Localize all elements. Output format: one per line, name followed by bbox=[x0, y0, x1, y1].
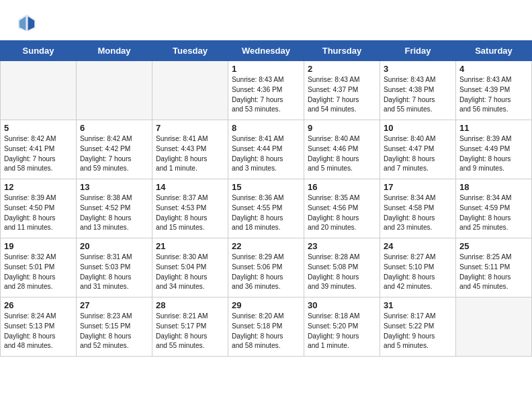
day-number: 3 bbox=[384, 64, 452, 74]
header-day-tuesday: Tuesday bbox=[152, 41, 228, 61]
header-day-sunday: Sunday bbox=[1, 41, 77, 61]
page-header bbox=[0, 0, 532, 40]
week-row-2: 5Sunrise: 8:42 AM Sunset: 4:41 PM Daylig… bbox=[1, 120, 532, 179]
calendar-cell: 5Sunrise: 8:42 AM Sunset: 4:41 PM Daylig… bbox=[1, 120, 77, 179]
day-info: Sunrise: 8:18 AM Sunset: 5:20 PM Dayligh… bbox=[308, 312, 376, 351]
calendar-cell: 12Sunrise: 8:39 AM Sunset: 4:50 PM Dayli… bbox=[1, 179, 77, 238]
day-info: Sunrise: 8:28 AM Sunset: 5:08 PM Dayligh… bbox=[308, 253, 376, 292]
calendar-cell: 6Sunrise: 8:42 AM Sunset: 4:42 PM Daylig… bbox=[77, 120, 152, 179]
calendar-cell: 2Sunrise: 8:43 AM Sunset: 4:37 PM Daylig… bbox=[304, 61, 380, 120]
day-number: 4 bbox=[459, 64, 528, 74]
day-info: Sunrise: 8:43 AM Sunset: 4:36 PM Dayligh… bbox=[232, 75, 300, 115]
day-number: 2 bbox=[308, 64, 376, 74]
day-info: Sunrise: 8:41 AM Sunset: 4:43 PM Dayligh… bbox=[156, 134, 224, 174]
calendar-cell: 10Sunrise: 8:40 AM Sunset: 4:47 PM Dayli… bbox=[380, 120, 456, 179]
day-info: Sunrise: 8:20 AM Sunset: 5:18 PM Dayligh… bbox=[232, 312, 300, 351]
calendar-table: SundayMondayTuesdayWednesdayThursdayFrid… bbox=[0, 40, 532, 357]
day-info: Sunrise: 8:30 AM Sunset: 5:04 PM Dayligh… bbox=[156, 253, 224, 292]
header-day-saturday: Saturday bbox=[456, 41, 532, 61]
day-info: Sunrise: 8:38 AM Sunset: 4:52 PM Dayligh… bbox=[80, 193, 148, 233]
day-info: Sunrise: 8:40 AM Sunset: 4:46 PM Dayligh… bbox=[308, 134, 376, 174]
calendar-cell: 1Sunrise: 8:43 AM Sunset: 4:36 PM Daylig… bbox=[228, 61, 304, 120]
header-day-monday: Monday bbox=[77, 41, 152, 61]
day-number: 19 bbox=[4, 241, 73, 251]
day-number: 16 bbox=[308, 182, 376, 192]
day-number: 11 bbox=[459, 123, 528, 133]
day-info: Sunrise: 8:21 AM Sunset: 5:17 PM Dayligh… bbox=[156, 312, 224, 351]
calendar-cell: 28Sunrise: 8:21 AM Sunset: 5:17 PM Dayli… bbox=[152, 298, 228, 357]
calendar-cell: 31Sunrise: 8:17 AM Sunset: 5:22 PM Dayli… bbox=[380, 298, 456, 357]
day-number: 9 bbox=[308, 123, 376, 133]
calendar-cell: 23Sunrise: 8:28 AM Sunset: 5:08 PM Dayli… bbox=[304, 238, 380, 298]
day-number: 26 bbox=[4, 300, 73, 310]
day-info: Sunrise: 8:41 AM Sunset: 4:44 PM Dayligh… bbox=[232, 134, 300, 174]
calendar-cell: 3Sunrise: 8:43 AM Sunset: 4:38 PM Daylig… bbox=[380, 61, 456, 120]
day-info: Sunrise: 8:34 AM Sunset: 4:59 PM Dayligh… bbox=[459, 193, 528, 233]
day-number: 18 bbox=[459, 182, 528, 192]
day-info: Sunrise: 8:25 AM Sunset: 5:11 PM Dayligh… bbox=[459, 253, 528, 292]
week-row-1: 1Sunrise: 8:43 AM Sunset: 4:36 PM Daylig… bbox=[1, 61, 532, 120]
calendar-cell bbox=[152, 61, 228, 120]
day-info: Sunrise: 8:34 AM Sunset: 4:58 PM Dayligh… bbox=[384, 193, 452, 233]
day-number: 10 bbox=[384, 123, 452, 133]
calendar-cell: 20Sunrise: 8:31 AM Sunset: 5:03 PM Dayli… bbox=[77, 238, 152, 298]
header-day-thursday: Thursday bbox=[304, 41, 380, 61]
week-row-4: 19Sunrise: 8:32 AM Sunset: 5:01 PM Dayli… bbox=[1, 238, 532, 298]
calendar-cell: 8Sunrise: 8:41 AM Sunset: 4:44 PM Daylig… bbox=[228, 120, 304, 179]
calendar-cell: 16Sunrise: 8:35 AM Sunset: 4:56 PM Dayli… bbox=[304, 179, 380, 238]
day-number: 5 bbox=[4, 123, 73, 133]
logo bbox=[16, 12, 42, 34]
day-number: 29 bbox=[232, 300, 300, 310]
calendar-cell: 14Sunrise: 8:37 AM Sunset: 4:53 PM Dayli… bbox=[152, 179, 228, 238]
day-number: 12 bbox=[4, 182, 73, 192]
calendar-body: 1Sunrise: 8:43 AM Sunset: 4:36 PM Daylig… bbox=[1, 61, 532, 357]
calendar-cell: 19Sunrise: 8:32 AM Sunset: 5:01 PM Dayli… bbox=[1, 238, 77, 298]
calendar-cell: 15Sunrise: 8:36 AM Sunset: 4:55 PM Dayli… bbox=[228, 179, 304, 238]
day-number: 13 bbox=[80, 182, 148, 192]
day-number: 15 bbox=[232, 182, 300, 192]
week-row-3: 12Sunrise: 8:39 AM Sunset: 4:50 PM Dayli… bbox=[1, 179, 532, 238]
day-number: 8 bbox=[232, 123, 300, 133]
day-info: Sunrise: 8:37 AM Sunset: 4:53 PM Dayligh… bbox=[156, 193, 224, 233]
calendar-cell: 21Sunrise: 8:30 AM Sunset: 5:04 PM Dayli… bbox=[152, 238, 228, 298]
logo-icon bbox=[16, 12, 38, 34]
calendar-cell: 11Sunrise: 8:39 AM Sunset: 4:49 PM Dayli… bbox=[456, 120, 532, 179]
calendar-cell: 26Sunrise: 8:24 AM Sunset: 5:13 PM Dayli… bbox=[1, 298, 77, 357]
header-day-friday: Friday bbox=[380, 41, 456, 61]
calendar-cell: 30Sunrise: 8:18 AM Sunset: 5:20 PM Dayli… bbox=[304, 298, 380, 357]
day-number: 7 bbox=[156, 123, 224, 133]
calendar-cell bbox=[1, 61, 77, 120]
day-info: Sunrise: 8:23 AM Sunset: 5:15 PM Dayligh… bbox=[80, 312, 148, 351]
day-number: 28 bbox=[156, 300, 224, 310]
day-number: 1 bbox=[232, 64, 300, 74]
calendar-header-row: SundayMondayTuesdayWednesdayThursdayFrid… bbox=[1, 41, 532, 61]
day-info: Sunrise: 8:17 AM Sunset: 5:22 PM Dayligh… bbox=[384, 312, 452, 351]
day-info: Sunrise: 8:31 AM Sunset: 5:03 PM Dayligh… bbox=[80, 253, 148, 292]
week-row-5: 26Sunrise: 8:24 AM Sunset: 5:13 PM Dayli… bbox=[1, 298, 532, 357]
day-number: 6 bbox=[80, 123, 148, 133]
day-info: Sunrise: 8:43 AM Sunset: 4:39 PM Dayligh… bbox=[459, 75, 528, 115]
day-number: 30 bbox=[308, 300, 376, 310]
day-number: 21 bbox=[156, 241, 224, 251]
day-number: 27 bbox=[80, 300, 148, 310]
day-info: Sunrise: 8:43 AM Sunset: 4:38 PM Dayligh… bbox=[384, 75, 452, 115]
header-day-wednesday: Wednesday bbox=[228, 41, 304, 61]
calendar-cell: 25Sunrise: 8:25 AM Sunset: 5:11 PM Dayli… bbox=[456, 238, 532, 298]
calendar-cell bbox=[77, 61, 152, 120]
calendar-cell: 7Sunrise: 8:41 AM Sunset: 4:43 PM Daylig… bbox=[152, 120, 228, 179]
calendar-cell: 18Sunrise: 8:34 AM Sunset: 4:59 PM Dayli… bbox=[456, 179, 532, 238]
day-number: 25 bbox=[459, 241, 528, 251]
day-info: Sunrise: 8:24 AM Sunset: 5:13 PM Dayligh… bbox=[4, 312, 73, 351]
day-info: Sunrise: 8:42 AM Sunset: 4:41 PM Dayligh… bbox=[4, 134, 73, 174]
day-number: 31 bbox=[384, 300, 452, 310]
day-number: 22 bbox=[232, 241, 300, 251]
day-info: Sunrise: 8:43 AM Sunset: 4:37 PM Dayligh… bbox=[308, 75, 376, 115]
day-info: Sunrise: 8:35 AM Sunset: 4:56 PM Dayligh… bbox=[308, 193, 376, 233]
calendar-cell: 29Sunrise: 8:20 AM Sunset: 5:18 PM Dayli… bbox=[228, 298, 304, 357]
calendar-cell: 13Sunrise: 8:38 AM Sunset: 4:52 PM Dayli… bbox=[77, 179, 152, 238]
day-info: Sunrise: 8:29 AM Sunset: 5:06 PM Dayligh… bbox=[232, 253, 300, 292]
day-number: 17 bbox=[384, 182, 452, 192]
day-info: Sunrise: 8:39 AM Sunset: 4:50 PM Dayligh… bbox=[4, 193, 73, 233]
day-info: Sunrise: 8:42 AM Sunset: 4:42 PM Dayligh… bbox=[80, 134, 148, 174]
calendar-cell: 17Sunrise: 8:34 AM Sunset: 4:58 PM Dayli… bbox=[380, 179, 456, 238]
